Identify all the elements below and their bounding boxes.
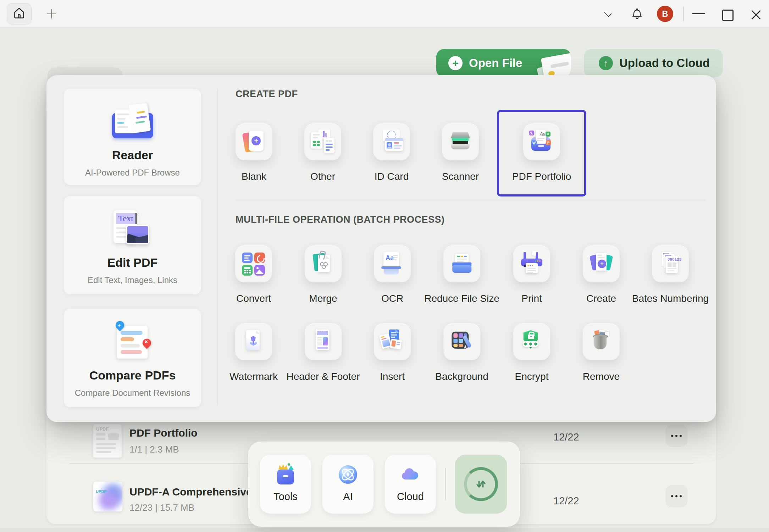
- card-subtitle: Edit Text, Images, Links: [88, 275, 177, 285]
- plus-circle-icon: +: [448, 56, 463, 70]
- tool-create[interactable]: + Create: [583, 245, 620, 304]
- notifications-button[interactable]: [631, 8, 643, 21]
- tool-label: ID Card: [375, 171, 409, 182]
- bates-numbering-icon: 000123: [658, 251, 683, 276]
- tool-label: Remove: [583, 371, 620, 382]
- tool-header-footer[interactable]: Header & Footer: [287, 323, 360, 382]
- minimize-button[interactable]: [692, 13, 705, 14]
- encrypt-icon: ✱ ✱ ✱: [519, 329, 544, 354]
- dock-tools-button[interactable]: Tools: [260, 455, 311, 514]
- tool-convert[interactable]: Convert: [235, 245, 272, 304]
- dock-ai-button[interactable]: AI: [322, 455, 374, 514]
- edit-pdf-card[interactable]: Text Edit PDF Edit Text, Images, Links: [64, 196, 201, 294]
- avatar-initial: B: [662, 9, 668, 19]
- reader-card[interactable]: Reader AI-Powered PDF Browse: [64, 89, 201, 185]
- file-meta: 12/23 | 15.7 MB: [129, 502, 194, 513]
- tool-ocr[interactable]: Aa OCR: [374, 245, 411, 304]
- tool-label: Bates Numbering: [632, 293, 709, 304]
- tool-insert[interactable]: Insert: [374, 323, 411, 382]
- sync-arrows-icon: [464, 467, 498, 501]
- batch-heading: MULTI-FILE OPERATION (BATCH PROCESS): [236, 214, 444, 225]
- window-bottom-edge: [0, 528, 769, 532]
- file-date: 12/22: [553, 495, 579, 507]
- dock-cloud-label: Cloud: [397, 491, 424, 503]
- upload-to-cloud-button[interactable]: ↑ Upload to Cloud: [584, 49, 723, 77]
- tool-print[interactable]: Print: [513, 245, 550, 304]
- create-icon: +: [589, 251, 614, 276]
- edit-pdf-icon: Text: [104, 210, 161, 249]
- card-subtitle: Compare Document Revisions: [75, 388, 190, 398]
- print-icon: [519, 251, 544, 276]
- tool-other[interactable]: Other: [304, 123, 341, 182]
- insert-icon: [380, 329, 405, 354]
- upload-label: Upload to Cloud: [619, 56, 710, 70]
- tool-scanner[interactable]: Scanner: [442, 123, 479, 182]
- ai-icon: [337, 463, 359, 486]
- reader-book-icon: [104, 103, 161, 142]
- create-pdf-heading: CREATE PDF: [236, 89, 298, 100]
- tool-bates-numbering[interactable]: 000123 Bates Numbering: [632, 245, 709, 304]
- tool-label: Print: [521, 293, 542, 304]
- file-meta: 1/1 | 2.3 MB: [129, 444, 179, 455]
- tool-remove[interactable]: Remove: [583, 323, 620, 382]
- new-tab-button[interactable]: [45, 8, 57, 20]
- compare-pdfs-card[interactable]: + × Compare PDFs Compare Document Revisi…: [64, 309, 201, 407]
- remove-icon: [589, 329, 614, 354]
- titlebar-divider: [683, 7, 684, 21]
- tool-label: Watermark: [229, 371, 278, 382]
- convert-icon: [241, 251, 266, 276]
- tool-reduce-file-size[interactable]: Reduce File Size: [424, 245, 499, 304]
- dock-transfer-button[interactable]: [455, 455, 507, 514]
- maximize-button[interactable]: [722, 10, 734, 21]
- tool-label: OCR: [381, 293, 403, 304]
- dock-divider: [445, 468, 446, 500]
- merge-icon: [311, 251, 336, 276]
- chevron-down-icon[interactable]: [604, 9, 614, 16]
- tool-label: Other: [310, 171, 335, 182]
- file-more-button[interactable]: [665, 425, 687, 447]
- file-date: 12/22: [553, 431, 579, 443]
- open-file-button[interactable]: + Open File: [436, 49, 571, 77]
- card-title: Reader: [112, 148, 153, 162]
- app-window: B Recent Starred + Open File ↑ Upload to…: [0, 0, 769, 532]
- file-title[interactable]: UPDF-A Comprehensive AI-Pow: [129, 486, 249, 498]
- file-more-button[interactable]: [665, 485, 687, 507]
- tool-background[interactable]: Background: [435, 323, 488, 382]
- plus-icon: [47, 9, 56, 18]
- card-title: Edit PDF: [107, 256, 158, 270]
- tool-id-card[interactable]: ID Card: [373, 123, 410, 182]
- ocr-icon: Aa: [380, 251, 405, 276]
- tool-label: Header & Footer: [287, 371, 360, 382]
- tool-encrypt[interactable]: ✱ ✱ ✱ Encrypt: [513, 323, 550, 382]
- scanner-icon: [448, 129, 473, 154]
- dock-cloud-button[interactable]: Cloud: [385, 455, 436, 514]
- tool-label: PDF Portfolio: [512, 171, 571, 182]
- titlebar: B: [0, 0, 769, 28]
- tool-watermark[interactable]: Watermark: [229, 323, 278, 382]
- tool-label: Reduce File Size: [424, 293, 499, 304]
- tool-label: Background: [435, 371, 488, 382]
- file-thumbnail: UPDF: [93, 482, 122, 511]
- other-icon: [310, 129, 335, 154]
- avatar[interactable]: B: [657, 6, 673, 22]
- open-file-label: Open File: [469, 56, 522, 70]
- tool-label: Merge: [309, 293, 337, 304]
- tool-label: Encrypt: [515, 371, 549, 382]
- close-button[interactable]: [751, 9, 761, 20]
- home-icon: [12, 6, 26, 22]
- tool-blank[interactable]: + Blank: [236, 123, 272, 182]
- tool-label: Insert: [380, 371, 405, 382]
- home-tab-button[interactable]: [7, 3, 32, 24]
- tool-merge[interactable]: Merge: [305, 245, 342, 304]
- section-divider: [236, 200, 706, 200]
- file-title[interactable]: PDF Portfolio: [129, 427, 198, 439]
- compare-pdfs-icon: + ×: [104, 323, 161, 362]
- tools-icon: [274, 463, 297, 486]
- upload-arrow-icon: ↑: [599, 56, 613, 70]
- id-card-icon: [379, 129, 404, 154]
- tools-overlay: Reader AI-Powered PDF Browse Text Edit P…: [46, 75, 716, 422]
- column-divider: [217, 89, 218, 405]
- tool-pdf-portfolio[interactable]: Aa X W P PDF Portfolio: [497, 110, 586, 196]
- header-footer-icon: [311, 329, 336, 354]
- tool-label: Create: [586, 293, 616, 304]
